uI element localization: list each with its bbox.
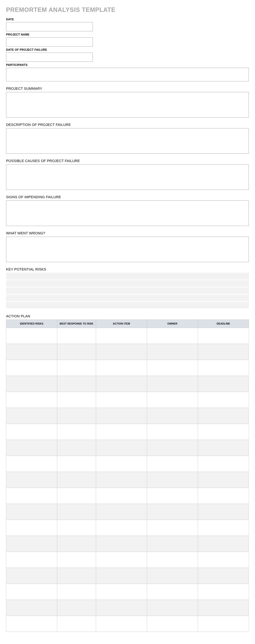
action-plan-cell[interactable] <box>96 424 147 440</box>
action-plan-cell[interactable] <box>6 424 57 440</box>
action-plan-cell[interactable] <box>57 488 96 504</box>
action-plan-cell[interactable] <box>147 376 198 392</box>
action-plan-cell[interactable] <box>147 584 198 600</box>
action-plan-cell[interactable] <box>96 520 147 536</box>
action-plan-cell[interactable] <box>6 584 57 600</box>
key-risk-row[interactable] <box>6 273 249 280</box>
action-plan-cell[interactable] <box>6 552 57 568</box>
action-plan-cell[interactable] <box>147 440 198 456</box>
action-plan-cell[interactable] <box>6 600 57 616</box>
action-plan-cell[interactable] <box>147 504 198 520</box>
action-plan-cell[interactable] <box>6 520 57 536</box>
action-plan-cell[interactable] <box>147 360 198 376</box>
action-plan-cell[interactable] <box>147 568 198 584</box>
action-plan-cell[interactable] <box>96 392 147 408</box>
action-plan-cell[interactable] <box>96 472 147 488</box>
action-plan-cell[interactable] <box>147 472 198 488</box>
action-plan-cell[interactable] <box>198 392 249 408</box>
action-plan-cell[interactable] <box>147 536 198 552</box>
action-plan-cell[interactable] <box>147 488 198 504</box>
date-failure-input[interactable] <box>6 52 93 62</box>
action-plan-cell[interactable] <box>147 520 198 536</box>
action-plan-cell[interactable] <box>147 456 198 472</box>
action-plan-cell[interactable] <box>96 360 147 376</box>
action-plan-cell[interactable] <box>6 456 57 472</box>
action-plan-cell[interactable] <box>147 600 198 616</box>
action-plan-cell[interactable] <box>6 344 57 360</box>
action-plan-cell[interactable] <box>198 600 249 616</box>
action-plan-cell[interactable] <box>198 616 249 632</box>
action-plan-cell[interactable] <box>198 376 249 392</box>
action-plan-cell[interactable] <box>198 568 249 584</box>
action-plan-cell[interactable] <box>57 424 96 440</box>
action-plan-cell[interactable] <box>96 616 147 632</box>
date-input[interactable] <box>6 22 93 31</box>
project-summary-input[interactable] <box>6 92 249 118</box>
action-plan-cell[interactable] <box>96 488 147 504</box>
action-plan-cell[interactable] <box>57 456 96 472</box>
action-plan-cell[interactable] <box>57 472 96 488</box>
action-plan-cell[interactable] <box>96 328 147 344</box>
action-plan-cell[interactable] <box>57 344 96 360</box>
action-plan-cell[interactable] <box>198 456 249 472</box>
action-plan-cell[interactable] <box>96 536 147 552</box>
key-risk-row[interactable] <box>6 294 249 302</box>
action-plan-cell[interactable] <box>57 552 96 568</box>
action-plan-cell[interactable] <box>147 616 198 632</box>
action-plan-cell[interactable] <box>96 456 147 472</box>
action-plan-cell[interactable] <box>198 488 249 504</box>
action-plan-cell[interactable] <box>96 408 147 424</box>
action-plan-cell[interactable] <box>198 328 249 344</box>
key-risk-row[interactable] <box>6 287 249 294</box>
action-plan-cell[interactable] <box>96 376 147 392</box>
action-plan-cell[interactable] <box>6 488 57 504</box>
action-plan-cell[interactable] <box>198 520 249 536</box>
action-plan-cell[interactable] <box>198 536 249 552</box>
participants-input[interactable] <box>6 68 249 82</box>
action-plan-cell[interactable] <box>198 584 249 600</box>
action-plan-cell[interactable] <box>198 408 249 424</box>
action-plan-cell[interactable] <box>198 440 249 456</box>
action-plan-cell[interactable] <box>147 344 198 360</box>
action-plan-cell[interactable] <box>6 472 57 488</box>
action-plan-cell[interactable] <box>198 344 249 360</box>
what-went-wrong-input[interactable] <box>6 236 249 262</box>
action-plan-cell[interactable] <box>57 504 96 520</box>
action-plan-cell[interactable] <box>6 536 57 552</box>
action-plan-cell[interactable] <box>57 600 96 616</box>
action-plan-cell[interactable] <box>57 440 96 456</box>
key-risk-row[interactable] <box>6 302 249 309</box>
action-plan-cell[interactable] <box>6 328 57 344</box>
action-plan-cell[interactable] <box>96 568 147 584</box>
project-name-input[interactable] <box>6 37 93 46</box>
action-plan-cell[interactable] <box>57 328 96 344</box>
action-plan-cell[interactable] <box>6 360 57 376</box>
action-plan-cell[interactable] <box>198 424 249 440</box>
action-plan-cell[interactable] <box>6 504 57 520</box>
action-plan-cell[interactable] <box>57 408 96 424</box>
action-plan-cell[interactable] <box>57 616 96 632</box>
action-plan-cell[interactable] <box>96 344 147 360</box>
action-plan-cell[interactable] <box>198 504 249 520</box>
action-plan-cell[interactable] <box>147 328 198 344</box>
action-plan-cell[interactable] <box>96 440 147 456</box>
action-plan-cell[interactable] <box>96 552 147 568</box>
signs-impending-input[interactable] <box>6 200 249 226</box>
action-plan-cell[interactable] <box>6 392 57 408</box>
action-plan-cell[interactable] <box>147 408 198 424</box>
action-plan-cell[interactable] <box>6 408 57 424</box>
action-plan-cell[interactable] <box>147 552 198 568</box>
action-plan-cell[interactable] <box>57 376 96 392</box>
action-plan-cell[interactable] <box>57 584 96 600</box>
action-plan-cell[interactable] <box>6 440 57 456</box>
action-plan-cell[interactable] <box>147 424 198 440</box>
action-plan-cell[interactable] <box>57 568 96 584</box>
action-plan-cell[interactable] <box>6 568 57 584</box>
possible-causes-input[interactable] <box>6 164 249 190</box>
action-plan-cell[interactable] <box>57 536 96 552</box>
action-plan-cell[interactable] <box>96 504 147 520</box>
action-plan-cell[interactable] <box>6 376 57 392</box>
action-plan-cell[interactable] <box>147 392 198 408</box>
action-plan-cell[interactable] <box>96 600 147 616</box>
action-plan-cell[interactable] <box>198 552 249 568</box>
